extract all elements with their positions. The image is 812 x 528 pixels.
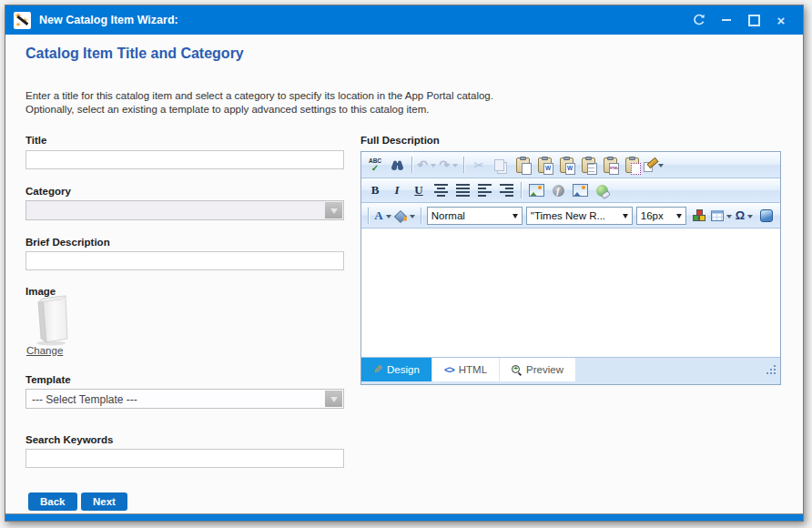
minimize-icon	[722, 19, 731, 21]
undo-button[interactable]: ↶	[417, 155, 437, 175]
paste-as-html-icon: HTML	[604, 157, 617, 173]
copy-icon	[494, 159, 504, 171]
tab-preview[interactable]: + Preview	[500, 358, 576, 381]
align-right-icon	[500, 184, 513, 197]
paste-xhtml-icon	[625, 157, 639, 173]
redo-icon: ↷	[439, 158, 450, 171]
editor-toolbar-row-1: ABC✓ ↶ ↷ ✂ W W HTML	[361, 152, 780, 178]
font-name-combo[interactable]: "Times New R...	[526, 207, 633, 225]
wizard-content: Catalog Item Title and Category Enter a …	[5, 35, 803, 514]
editor-content-area[interactable]	[361, 228, 780, 358]
paste-from-word-icon: W	[538, 157, 552, 173]
italic-button[interactable]: I	[387, 180, 407, 200]
brief-description-label: Brief Description	[25, 237, 110, 248]
code-brackets-icon: <>	[444, 364, 454, 375]
category-dropdown[interactable]	[25, 200, 344, 220]
toolbar-separator	[421, 208, 421, 224]
title-input[interactable]	[25, 150, 344, 169]
search-keywords-input[interactable]	[25, 449, 344, 468]
editor-resize-grip[interactable]	[766, 365, 776, 375]
font-color-icon: A	[374, 209, 382, 221]
tab-html[interactable]: <> HTML	[432, 358, 500, 381]
back-button[interactable]: Back	[28, 492, 77, 511]
insert-media-button[interactable]	[756, 206, 776, 226]
paste-as-html-button[interactable]: HTML	[600, 155, 620, 175]
editor-mode-tabs: ✎ Design <> HTML + Preview	[361, 358, 780, 381]
undo-dropdown-icon	[431, 164, 436, 170]
refresh-icon	[693, 14, 705, 26]
star-glyph: ★	[15, 20, 21, 28]
font-name-value: "Times New R...	[531, 210, 605, 221]
paste-from-word-button[interactable]: W	[534, 155, 554, 175]
background-color-dropdown-icon	[410, 215, 415, 221]
brief-description-input[interactable]	[25, 251, 344, 270]
image-manager-button[interactable]	[526, 180, 546, 200]
paste-icon	[516, 157, 530, 173]
align-right-button[interactable]	[496, 180, 516, 200]
paste-button[interactable]	[513, 155, 533, 175]
change-image-link[interactable]: Change	[26, 345, 63, 356]
refresh-button[interactable]	[692, 13, 706, 27]
flash-icon: f	[553, 185, 564, 197]
tab-preview-label: Preview	[526, 364, 563, 375]
bold-icon: B	[371, 183, 380, 198]
font-size-value: 16px	[641, 210, 664, 221]
bold-button[interactable]: B	[365, 180, 385, 200]
maximize-icon	[748, 15, 760, 26]
format-stripper-dropdown-icon	[658, 164, 664, 170]
format-stripper-button[interactable]	[644, 155, 665, 175]
category-dropdown-arrow-icon[interactable]	[325, 202, 342, 218]
hyperlink-manager-button[interactable]	[592, 180, 612, 200]
paste-xhtml-button[interactable]	[622, 155, 642, 175]
template-dropdown-arrow-icon[interactable]	[325, 391, 342, 407]
redo-dropdown-icon	[452, 164, 458, 170]
toolbar-separator	[463, 157, 464, 173]
editor-toolbar-row-3: A Normal "Times New R... 16px Ω	[361, 203, 780, 228]
tab-design-label: Design	[387, 364, 420, 375]
underline-button[interactable]: U	[409, 180, 429, 200]
justify-button[interactable]	[452, 180, 472, 200]
catalog-item-image	[31, 293, 73, 350]
media-manager-button[interactable]	[570, 180, 590, 200]
insert-custom-links-button[interactable]	[689, 206, 709, 226]
binoculars-icon	[391, 159, 404, 171]
page-description: Enter a title for this catalog item and …	[25, 89, 493, 117]
redo-button[interactable]: ↷	[439, 155, 459, 175]
minimize-button[interactable]	[719, 13, 734, 27]
paste-from-word-no-styles-button[interactable]: W	[556, 155, 576, 175]
paste-plain-text-icon	[582, 157, 595, 173]
align-center-icon	[434, 184, 448, 197]
copy-button[interactable]	[491, 155, 511, 175]
tab-html-label: HTML	[459, 364, 487, 375]
undo-icon: ↶	[417, 158, 428, 171]
spellcheck-button[interactable]: ABC✓	[365, 155, 385, 175]
foreground-color-button[interactable]: A	[373, 206, 393, 226]
close-button[interactable]: ×	[774, 13, 788, 27]
cut-button[interactable]: ✂	[469, 155, 489, 175]
flash-manager-button[interactable]: f	[548, 180, 568, 200]
paste-plain-text-button[interactable]	[578, 155, 598, 175]
font-size-combo[interactable]: 16px	[636, 207, 687, 225]
find-replace-button[interactable]	[387, 155, 407, 175]
paint-bucket-icon	[395, 210, 407, 221]
window-controls: ×	[692, 13, 788, 27]
background-color-button[interactable]	[395, 206, 416, 226]
custom-links-icon	[693, 209, 705, 221]
paragraph-style-combo[interactable]: Normal	[427, 207, 523, 225]
align-left-button[interactable]	[474, 180, 494, 200]
maximize-button[interactable]	[746, 13, 761, 27]
align-center-button[interactable]	[431, 180, 451, 200]
category-label: Category	[25, 186, 71, 197]
template-dropdown[interactable]: --- Select Template ---	[25, 389, 344, 409]
full-description-label: Full Description	[360, 135, 440, 146]
combo-caret-icon	[676, 214, 682, 221]
justify-icon	[456, 184, 470, 197]
insert-table-button[interactable]	[711, 206, 733, 226]
insert-symbol-button[interactable]: Ω	[735, 206, 755, 226]
next-button[interactable]: Next	[81, 492, 127, 511]
combo-caret-icon	[623, 214, 628, 221]
italic-icon: I	[394, 183, 399, 198]
tab-design[interactable]: ✎ Design	[361, 358, 432, 381]
pencil-icon: ✎	[373, 363, 382, 376]
description-line-2: Optionally, select an existing a templat…	[25, 103, 493, 117]
